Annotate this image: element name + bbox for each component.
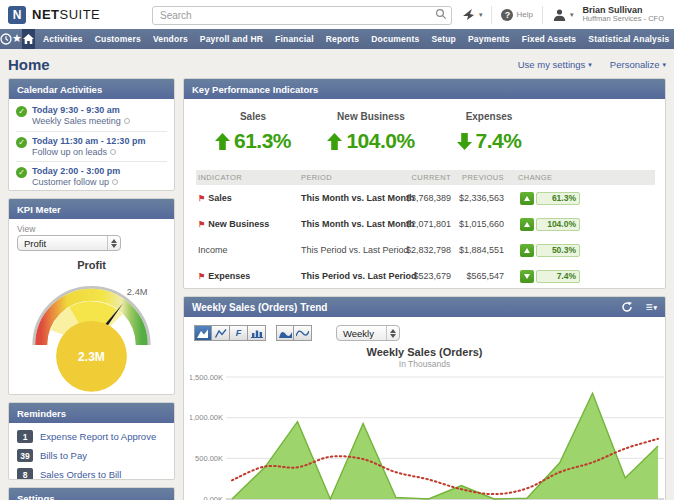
search-input[interactable] bbox=[152, 6, 452, 25]
page-title-row: Home Use my settings▾ Personalize▾ bbox=[8, 54, 666, 75]
nav-tab-payroll-and-hr[interactable]: Payroll and HR bbox=[200, 34, 263, 44]
main-nav: ★ ActivitiesCustomersVendorsPayroll and … bbox=[0, 29, 674, 49]
help-label: Help bbox=[516, 10, 532, 19]
nav-tab-reports[interactable]: Reports bbox=[326, 34, 360, 44]
view-label: View bbox=[17, 224, 166, 234]
use-my-settings-link[interactable]: Use my settings▾ bbox=[518, 59, 592, 70]
chart-type-line-button[interactable] bbox=[212, 325, 230, 341]
search-icon[interactable] bbox=[435, 8, 447, 20]
nav-more-button[interactable]: ... bbox=[669, 29, 674, 49]
chart-type-bar-button[interactable] bbox=[248, 325, 266, 341]
svg-text:0.00K: 0.00K bbox=[203, 495, 223, 500]
check-circle-icon: ✓ bbox=[16, 137, 27, 148]
user-icon bbox=[552, 8, 567, 22]
nav-tab-vendors[interactable]: Vendors bbox=[153, 34, 188, 44]
netsuite-app: N NETSUITE ▾ ? Help ▾ Brian Sullivan bbox=[0, 0, 674, 500]
reminder-item[interactable]: 8 Sales Orders to Bill bbox=[17, 465, 166, 480]
right-column: Key Performance Indicators Sales 61.3% N… bbox=[183, 78, 666, 500]
netsuite-logo[interactable]: N NETSUITE bbox=[8, 6, 148, 24]
calendar-item[interactable]: ✓ Today 9:30 - 9:30 am Weekly Sales meet… bbox=[16, 101, 167, 132]
chart-type-spline-button[interactable] bbox=[294, 325, 312, 341]
caret-down-icon: ▾ bbox=[653, 304, 657, 311]
nav-tab-customers[interactable]: Customers bbox=[95, 34, 141, 44]
bar-chart-icon bbox=[251, 328, 263, 338]
kpi-metric-name: Expenses bbox=[466, 111, 513, 122]
recent-records-button[interactable] bbox=[0, 29, 12, 49]
kpi-table-row-sales[interactable]: ⚑SalesThis Month vs. Last Month$3,768,38… bbox=[196, 185, 655, 211]
kpi-col-current: CURRENT bbox=[401, 170, 451, 185]
left-column: Calendar Activities ✓ Today 9:30 - 9:30 … bbox=[8, 78, 175, 500]
flag-icon: ⚑ bbox=[198, 194, 205, 203]
kpi-view-select[interactable]: Profit bbox=[17, 235, 121, 251]
personalize-label: Personalize bbox=[610, 59, 660, 70]
caret-down-icon: ▾ bbox=[588, 61, 592, 69]
reminder-label: Bills to Pay bbox=[40, 450, 87, 461]
kpi-metric-percent: 61.3% bbox=[234, 129, 291, 153]
use-my-settings-label: Use my settings bbox=[518, 59, 586, 70]
calendar-item-desc: Follow up on leads bbox=[32, 147, 145, 158]
calendar-item[interactable]: ✓ Today 11:30 am - 12:30 pm Follow up on… bbox=[16, 132, 167, 163]
kpi-table-row-expenses[interactable]: ⚑ExpensesThis Period vs. Last Period$523… bbox=[196, 263, 655, 289]
kpi-metric-sales: Sales 61.3% bbox=[194, 111, 312, 167]
netsuite-logo-mark-icon: N bbox=[8, 6, 26, 24]
nav-tab-setup[interactable]: Setup bbox=[431, 34, 456, 44]
spline-area-icon bbox=[279, 329, 292, 338]
kpi-meter-header[interactable]: KPI Meter bbox=[9, 199, 174, 219]
menu-icon: ≡ bbox=[645, 301, 652, 313]
nav-tab-documents[interactable]: Documents bbox=[371, 34, 419, 44]
reminders-header[interactable]: Reminders bbox=[9, 403, 174, 423]
refresh-icon bbox=[621, 301, 633, 313]
user-menu[interactable]: ▾ bbox=[543, 0, 583, 29]
personalize-link[interactable]: Personalize▾ bbox=[610, 59, 666, 70]
arrow-down-icon bbox=[520, 270, 534, 283]
trend-panel-header: Weekly Sales (Orders) Trend ≡▾ bbox=[184, 297, 665, 317]
chart-type-area-button[interactable] bbox=[194, 325, 212, 341]
shortcuts-button[interactable]: ★ bbox=[12, 29, 22, 49]
gauge: 2.4M 2.3M bbox=[17, 271, 166, 395]
calendar-items: ✓ Today 9:30 - 9:30 am Weekly Sales meet… bbox=[9, 99, 174, 191]
change-badge: 61.3% bbox=[520, 192, 655, 205]
reminder-label: Sales Orders to Bill bbox=[40, 469, 121, 480]
calendar-item[interactable]: ✓ Today 2:00 - 3:00 pm Customer follow u… bbox=[16, 162, 167, 191]
user-info: Brian Sullivan Huffman Services - CFO bbox=[582, 5, 666, 24]
arrow-up-icon bbox=[520, 218, 534, 231]
kpi-table-row-income[interactable]: IncomeThis Period vs. Last Period$2,832,… bbox=[196, 237, 655, 263]
settings-header[interactable]: Settings bbox=[9, 488, 174, 500]
trend-period-value: Weekly bbox=[337, 328, 386, 339]
nav-tab-payments[interactable]: Payments bbox=[468, 34, 510, 44]
spline-line-icon bbox=[296, 329, 309, 338]
dashboard-content: Home Use my settings▾ Personalize▾ Calen… bbox=[0, 49, 674, 500]
nav-tab-fixed-assets[interactable]: Fixed Assets bbox=[522, 34, 577, 44]
kpi-col-change: CHANGE bbox=[504, 170, 655, 185]
flag-icon: ⚑ bbox=[198, 272, 205, 281]
kpi-table-row-new-business[interactable]: ⚑New BusinessThis Month vs. Last Month$2… bbox=[196, 211, 655, 237]
nav-tab-activities[interactable]: Activities bbox=[43, 34, 83, 44]
step-chart-icon: F bbox=[236, 328, 242, 338]
help-button[interactable]: ? Help bbox=[492, 0, 541, 29]
kpi-metric-name: Sales bbox=[240, 111, 266, 122]
chart-plot-area: 0.00K500.00K1,000.00K1,500.00K17. Feb3. … bbox=[184, 369, 665, 500]
kpi-col-indicator: INDICATOR bbox=[196, 170, 299, 185]
nav-tab-statistical-analysis[interactable]: Statistical Analysis bbox=[588, 34, 669, 44]
gauge-value-label: 2.3M bbox=[78, 350, 105, 364]
kpi-meter-panel: KPI Meter View Profit Profit bbox=[8, 198, 175, 395]
kpi-view-value: Profit bbox=[18, 238, 107, 249]
line-chart-icon bbox=[215, 329, 227, 338]
refresh-button[interactable] bbox=[621, 301, 633, 313]
kpi-panel-header[interactable]: Key Performance Indicators bbox=[184, 79, 665, 99]
chart-subtitle: In Thousands bbox=[184, 359, 665, 369]
nav-tab-financial[interactable]: Financial bbox=[275, 34, 314, 44]
reminder-item[interactable]: 39 Bills to Pay bbox=[17, 446, 166, 465]
chart-type-group: F bbox=[194, 325, 266, 341]
trend-period-select[interactable]: Weekly bbox=[336, 325, 400, 341]
check-circle-icon: ✓ bbox=[16, 167, 27, 178]
chart-type-step-button[interactable]: F bbox=[230, 325, 248, 341]
quick-create-menu[interactable]: ▾ bbox=[453, 0, 492, 29]
chart-type-spline-area-button[interactable] bbox=[276, 325, 294, 341]
nav-tab-home-active[interactable] bbox=[22, 29, 35, 49]
caret-down-icon: ▾ bbox=[479, 11, 483, 19]
panel-menu-button[interactable]: ≡▾ bbox=[645, 301, 657, 313]
reminder-item[interactable]: 1 Expense Report to Approve bbox=[17, 427, 166, 446]
calendar-panel-header[interactable]: Calendar Activities bbox=[9, 79, 174, 99]
kpi-meter-body: View Profit Profit bbox=[9, 219, 174, 395]
